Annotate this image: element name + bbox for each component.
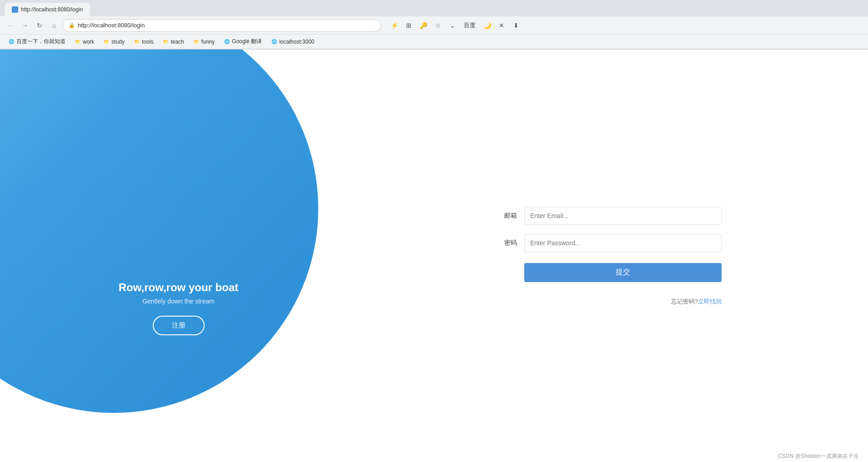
localhost-icon: 🌐 xyxy=(271,39,277,45)
bookmark-funny-label: funny xyxy=(201,39,215,45)
address-bar[interactable]: 🔒 http://localhost:8080/login xyxy=(63,19,381,32)
bookmarks-bar: 🌐 百度一下，你就知道 📁 work 📁 study 📁 tools 📁 tea… xyxy=(0,35,868,49)
register-button[interactable]: 注册 xyxy=(153,316,205,335)
email-row: 邮箱 xyxy=(503,207,722,225)
baidu-button[interactable]: 百度 xyxy=(461,20,478,30)
baidu-icon: 🌐 xyxy=(8,39,15,45)
lightning-icon[interactable]: ⚡ xyxy=(388,20,400,31)
bookmark-funny[interactable]: 📁 funny xyxy=(190,38,218,46)
folder-icon-teach: 📁 xyxy=(162,39,169,45)
forgot-link[interactable]: 立即找回 xyxy=(698,298,722,305)
moon-icon[interactable]: 🌙 xyxy=(481,20,493,31)
left-section: Row,row,row your boat Gentlely down the … xyxy=(0,50,357,462)
bookmark-tools[interactable]: 📁 tools xyxy=(130,38,157,46)
right-section: 邮箱 密码 提交 忘记密码?立即找回 xyxy=(357,50,868,462)
star-icon[interactable]: ☆ xyxy=(432,20,444,31)
extensions-icon[interactable]: ⊞ xyxy=(403,20,415,31)
folder-icon-funny: 📁 xyxy=(193,39,200,45)
password-row: 密码 xyxy=(503,234,722,252)
bookmark-teach[interactable]: 📁 teach xyxy=(159,38,187,46)
bookmark-work[interactable]: 📁 work xyxy=(71,38,98,46)
reload-button[interactable]: ↻ xyxy=(34,20,45,31)
toolbar-right: ⚡ ⊞ 🔑 ☆ ⌄ 百度 🌙 ✕ ⬇ xyxy=(388,20,522,31)
bookmark-work-label: work xyxy=(83,39,94,45)
email-input[interactable] xyxy=(524,207,722,225)
browser-toolbar: ← → ↻ ⌂ 🔒 http://localhost:8080/login ⚡ … xyxy=(0,16,868,35)
lock-icon: 🔒 xyxy=(69,22,75,28)
email-label: 邮箱 xyxy=(503,212,517,220)
password-label: 密码 xyxy=(503,239,517,247)
key-icon[interactable]: 🔑 xyxy=(417,20,429,31)
page-content: Row,row,row your boat Gentlely down the … xyxy=(0,50,868,462)
bookmark-google-translate[interactable]: 🌐 Google 翻译 xyxy=(220,37,266,46)
left-content: Row,row,row your boat Gentlely down the … xyxy=(0,281,357,335)
close-x-icon[interactable]: ✕ xyxy=(496,20,507,31)
bookmark-localhost[interactable]: 🌐 localhost:3000 xyxy=(267,38,318,46)
back-button[interactable]: ← xyxy=(5,20,16,31)
bookmark-study[interactable]: 📁 study xyxy=(100,38,128,46)
submit-row: 提交 xyxy=(503,261,722,282)
google-icon: 🌐 xyxy=(224,39,230,45)
bookmark-teach-label: teach xyxy=(171,39,184,45)
url-text: http://localhost:8080/login xyxy=(78,22,145,29)
browser-tab-active[interactable]: http://localhost:8080/login xyxy=(5,3,90,16)
login-form: 邮箱 密码 提交 忘记密码?立即找回 xyxy=(503,207,722,306)
folder-icon-study: 📁 xyxy=(103,39,110,45)
submit-button[interactable]: 提交 xyxy=(524,263,722,282)
bookmark-baidu-label: 百度一下，你就知道 xyxy=(16,38,65,45)
browser-tabs: http://localhost:8080/login xyxy=(0,0,868,16)
home-button[interactable]: ⌂ xyxy=(48,20,60,31)
forgot-text: 忘记密码? xyxy=(671,298,698,305)
bookmark-google-label: Google 翻译 xyxy=(232,38,262,45)
browser-chrome: http://localhost:8080/login ← → ↻ ⌂ 🔒 ht… xyxy=(0,0,868,50)
footer-text: CSDN @Sheldon一戎勇南在子生 xyxy=(778,453,859,459)
forgot-password-row: 忘记密码?立即找回 xyxy=(503,298,722,306)
bookmark-baidu[interactable]: 🌐 百度一下，你就知道 xyxy=(5,37,69,46)
password-input[interactable] xyxy=(524,234,722,252)
download-icon[interactable]: ⬇ xyxy=(510,20,522,31)
blue-circle-decoration xyxy=(0,50,318,413)
chevron-icon[interactable]: ⌄ xyxy=(447,20,458,31)
tagline-main: Row,row,row your boat xyxy=(119,281,239,294)
tagline-sub: Gentlely down the stream xyxy=(142,298,215,305)
folder-icon-work: 📁 xyxy=(75,39,81,45)
bookmark-localhost-label: localhost:3000 xyxy=(279,39,314,45)
tab-title: http://localhost:8080/login xyxy=(21,6,83,13)
bookmark-tools-label: tools xyxy=(142,39,153,45)
folder-icon-tools: 📁 xyxy=(134,39,140,45)
tab-favicon xyxy=(12,6,18,13)
bookmark-study-label: study xyxy=(111,39,125,45)
page-footer: CSDN @Sheldon一戎勇南在子生 xyxy=(769,451,868,462)
forward-button[interactable]: → xyxy=(19,20,31,31)
